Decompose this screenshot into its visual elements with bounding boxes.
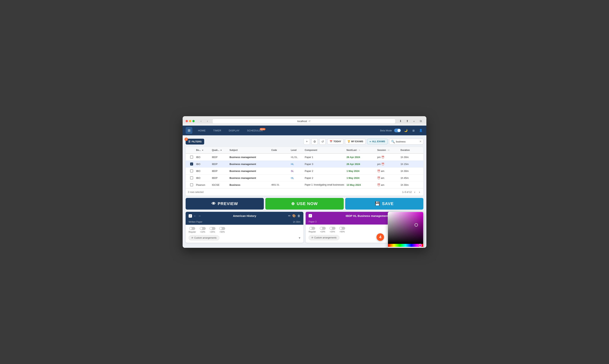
card2-25pct-toggle[interactable] <box>330 227 335 230</box>
step-4-badge: 4 <box>376 233 384 241</box>
use-now-button[interactable]: ⊕ USE NOW <box>265 198 344 209</box>
color-gradient[interactable] <box>388 212 423 244</box>
back-button[interactable]: ‹ <box>198 118 204 124</box>
filter-quali-icon: ▼ <box>220 149 222 151</box>
row2-subject: Business management <box>229 163 271 166</box>
card1-custom-btn[interactable]: ⟳ Custom arrangements <box>189 235 219 240</box>
address-bar[interactable]: localhost ↺ <box>212 119 396 124</box>
card1-prev-icon[interactable]: ← <box>194 214 197 218</box>
row3-subject: Business management <box>229 170 271 172</box>
beta-badge: Beta <box>260 128 266 130</box>
card2-50pct-toggle[interactable] <box>339 227 345 230</box>
all-exams-button[interactable]: ∞ ALL EXAMS <box>367 139 388 144</box>
new-tab-button[interactable]: + <box>411 118 417 124</box>
col-level[interactable]: Level <box>291 149 304 151</box>
col-component[interactable]: Component <box>305 149 346 151</box>
row1-date: 26 Apr 2024 <box>346 156 376 158</box>
row1-subject: Business management <box>229 156 271 158</box>
dark-mode-toggle[interactable]: 🌙 <box>403 128 408 133</box>
minimize-traffic-light[interactable] <box>189 120 191 122</box>
col-code[interactable]: Code <box>271 149 290 151</box>
col-session[interactable]: Session ↑ 2 <box>377 149 400 151</box>
row3-quali: IBDP <box>212 170 229 172</box>
save-button[interactable]: 💾 SAVE <box>345 198 423 209</box>
card2-regular-toggle[interactable] <box>309 227 315 230</box>
card1-next-icon[interactable]: → <box>198 214 201 218</box>
card2-custom-btn[interactable]: ⟳ Custom arrangements <box>309 235 339 240</box>
app-nav: ⊞ HOME TIMER DISPLAY SCHEDULER Beta Beta… <box>183 126 426 135</box>
display-tab[interactable]: DISPLAY <box>225 128 243 133</box>
tabs-button[interactable]: ⧉ <box>418 118 423 124</box>
card2-50pct: +50% <box>339 227 345 233</box>
card1-delete-icon[interactable]: 🗑 <box>297 214 300 218</box>
save-icon: 💾 <box>375 201 380 206</box>
timer-tab[interactable]: TIMER <box>210 128 225 133</box>
row4-level: HL <box>291 177 304 179</box>
close-traffic-light[interactable] <box>186 120 188 122</box>
home-tab[interactable]: HOME <box>195 128 209 133</box>
card1-50pct-toggle[interactable] <box>219 227 225 230</box>
browser-actions: ⬇ ⬆ + ⧉ <box>398 118 423 124</box>
row2-quali: IBDP <box>212 163 229 166</box>
table-row: Pearson IGCSE Business 4BS1 01 Paper 1: … <box>186 182 423 188</box>
col-quali[interactable]: Quali... ▼ <box>212 149 229 151</box>
preview-button[interactable]: 👁 PREVIEW <box>186 198 264 209</box>
row1-checkbox[interactable] <box>190 156 193 158</box>
card1-body: Regular +10% +25% +50% <box>186 225 303 243</box>
next-page-button[interactable]: › <box>418 190 421 194</box>
row4-session: ⏰ am <box>377 177 400 179</box>
forward-button[interactable]: › <box>205 118 210 124</box>
card2-50pct-label: +50% <box>339 231 345 233</box>
monitor-icon-btn[interactable]: 🖥 <box>411 128 416 133</box>
row3-checkbox[interactable] <box>190 169 193 172</box>
clear-search-icon[interactable]: × <box>420 140 421 143</box>
row5-checkbox[interactable] <box>190 183 193 186</box>
col-board[interactable]: Bo... ▼ <box>196 149 211 151</box>
row1-duration: 1h 30m <box>400 156 421 158</box>
row2-checkbox[interactable]: ✓ <box>190 163 193 166</box>
color-picker-cursor <box>415 223 418 227</box>
card1-palette-icon[interactable]: 🎨 <box>292 214 296 218</box>
search-input[interactable] <box>396 140 419 143</box>
row1-check-cell[interactable] <box>188 156 195 158</box>
filter-count: 2 <box>185 138 188 141</box>
card1-10pct-toggle[interactable] <box>200 227 206 230</box>
card1-edit-icon[interactable]: ✏ <box>288 214 291 218</box>
download-button[interactable]: ⬇ <box>398 118 403 124</box>
card1-regular-toggle[interactable] <box>189 227 195 230</box>
reload-icon[interactable]: ↺ <box>308 120 310 123</box>
card1-checkbox[interactable]: ✓ <box>189 214 192 218</box>
row5-check-cell[interactable] <box>188 183 195 186</box>
filters-button[interactable]: 2 ☰ FILTERS <box>186 139 204 144</box>
col-duration[interactable]: Duration <box>400 149 421 151</box>
card1-custom-label: Custom arrangements <box>194 236 217 239</box>
settings-button[interactable]: ⚙ <box>311 138 318 145</box>
preview-label: PREVIEW <box>218 201 238 206</box>
maximize-traffic-light[interactable] <box>192 120 195 122</box>
prev-page-button[interactable]: ‹ <box>413 190 416 194</box>
row3-check-cell[interactable] <box>188 169 195 172</box>
card2-10pct-toggle[interactable] <box>320 227 326 230</box>
share-button[interactable]: ⬆ <box>405 118 410 124</box>
col-nextlast[interactable]: Next/Last ↑ 1 <box>346 149 376 151</box>
sort-nextlast-icon: ↑ <box>357 149 358 151</box>
scheduler-tab[interactable]: SCHEDULER Beta <box>244 128 266 133</box>
today-button[interactable]: 📅 TODAY <box>327 139 344 144</box>
beta-mode-toggle[interactable] <box>394 129 401 132</box>
col-subject[interactable]: Subject <box>229 149 271 151</box>
card1-custom-icon: ⟳ <box>191 236 193 239</box>
row4-checkbox[interactable] <box>190 176 193 179</box>
my-exams-button[interactable]: 🏆 MY EXAMS <box>345 139 366 144</box>
refresh-button[interactable]: ↺ <box>319 138 326 145</box>
card1-25pct-toggle[interactable] <box>210 227 215 230</box>
row4-check-cell[interactable] <box>188 176 195 179</box>
card2-checkbox[interactable]: ✓ <box>309 214 312 217</box>
add-button[interactable]: + <box>304 138 310 145</box>
row5-subject: Business <box>229 183 271 186</box>
user-profile-btn[interactable]: 👤 <box>418 128 423 133</box>
color-spectrum[interactable] <box>388 244 423 247</box>
card1-expand-btn[interactable]: ▾ <box>299 236 300 240</box>
row2-check-cell[interactable]: ✓ <box>188 163 195 166</box>
row4-component: Paper 2 <box>305 177 346 179</box>
card2-regular-label: Regular <box>309 231 316 233</box>
